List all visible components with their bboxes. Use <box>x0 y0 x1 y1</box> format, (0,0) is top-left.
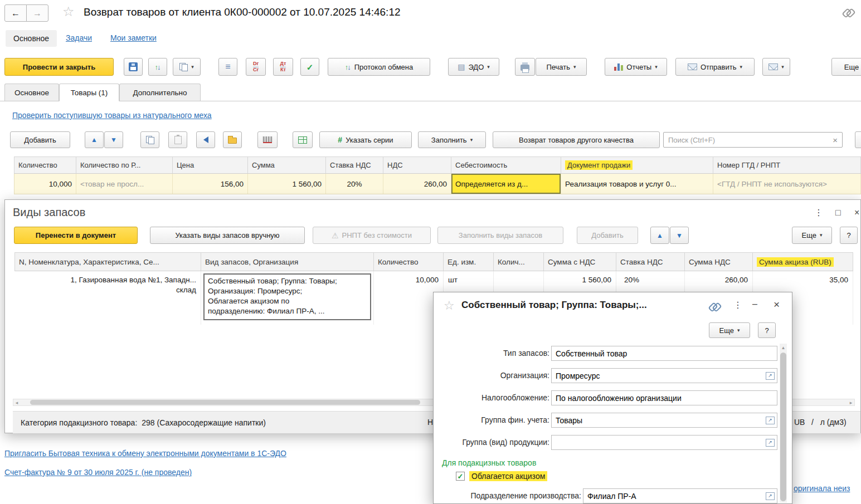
print-icon-button[interactable] <box>515 58 535 76</box>
stock-col-qty[interactable]: Количество <box>374 252 444 271</box>
print-menu-button[interactable]: Печать▾ <box>536 58 587 76</box>
favorite-star-icon[interactable]: ☆ <box>62 5 75 18</box>
organization-input[interactable] <box>556 371 766 380</box>
create-based-on-button[interactable]: ▾ <box>173 58 201 76</box>
dialog-menu-icon[interactable]: ⋮ <box>733 301 742 310</box>
tab-additional[interactable]: Дополнительно <box>119 84 201 101</box>
reports-button[interactable]: Отчеты▾ <box>605 58 667 76</box>
clear-search-icon[interactable]: × <box>830 135 840 145</box>
goods-open-folder-button[interactable] <box>223 131 242 148</box>
back-button[interactable]: ← <box>4 4 27 22</box>
stock-type-field[interactable] <box>551 346 777 361</box>
movements-drcr-button[interactable]: DrCr <box>246 58 266 76</box>
document-structure-button[interactable]: ≡ <box>218 58 237 76</box>
stock-col-unit[interactable]: Ед. изм. <box>444 252 494 271</box>
scroll-right-icon[interactable]: ▸ <box>848 399 854 405</box>
rnpt-without-cost-button[interactable]: ⚠РНПТ без стоимости <box>313 227 431 244</box>
stock-panel-maximize-icon[interactable]: □ <box>835 208 841 217</box>
forward-button[interactable]: → <box>26 4 48 22</box>
stock-panel-menu-icon[interactable]: ⋮ <box>814 208 823 217</box>
goods-edit-table-button[interactable] <box>293 131 313 148</box>
scroll-left-icon[interactable]: ◂ <box>13 399 20 405</box>
organization-field[interactable]: ↗ <box>551 368 777 383</box>
goods-add-button[interactable]: Добавить <box>10 131 70 148</box>
dialog-vscrollbar[interactable]: ▲ <box>780 344 787 503</box>
goods-barcode-button[interactable] <box>257 131 278 148</box>
product-group-field[interactable]: ↗ <box>551 435 777 450</box>
taxation-field[interactable] <box>551 390 777 405</box>
goods-discuss-button[interactable] <box>196 131 215 148</box>
more-button[interactable]: Еще <box>831 58 861 76</box>
stock-col-vat-rate[interactable]: Ставка НДС <box>616 252 685 271</box>
goods-col-qty[interactable]: Количество <box>14 156 76 174</box>
taxation-input[interactable] <box>556 394 775 403</box>
goods-cell-qty-return[interactable]: <товар не просл... <box>76 174 173 194</box>
stock-more-button[interactable]: Еще▾ <box>792 227 832 244</box>
goods-cell-gtd[interactable]: <ГТД / РНПТ не используются> <box>713 174 861 194</box>
dialog-favorite-star-icon[interactable]: ☆ <box>444 300 455 312</box>
stock-col-type[interactable]: Вид запасов, Организация <box>201 252 374 271</box>
goods-search-input[interactable] <box>668 136 830 144</box>
goods-col-gtd[interactable]: Номер ГТД / РНПТ <box>713 156 861 174</box>
stock-col-vat-amount[interactable]: Сумма НДС <box>685 252 753 271</box>
dialog-close-icon[interactable]: × <box>774 299 780 310</box>
goods-cell-price[interactable]: 156,00 <box>173 174 248 194</box>
return-other-quality-button[interactable]: Возврат товаров другого качества <box>493 131 660 148</box>
stock-move-down-button[interactable]: ▼ <box>670 227 689 244</box>
goods-cell-vat-rate[interactable]: 20% <box>326 174 383 194</box>
nav-item-main[interactable]: Основное <box>6 30 57 47</box>
stock-col-excise[interactable]: Сумма акциза (RUB) <box>753 252 853 271</box>
stock-type-input[interactable] <box>556 349 775 358</box>
open-form-icon[interactable]: ↗ <box>766 439 775 447</box>
excise-checkbox[interactable]: ✓ <box>456 472 465 481</box>
post-and-close-button[interactable]: Провести и закрыть <box>4 58 114 76</box>
goods-col-price[interactable]: Цена <box>173 156 248 174</box>
open-form-icon[interactable]: ↗ <box>766 417 775 424</box>
goods-cell-sale-doc[interactable]: Реализация товаров и услуг 0... <box>561 174 713 194</box>
stock-move-up-button[interactable]: ▲ <box>650 227 669 244</box>
stock-col-amount-vat[interactable]: Сумма с НДС <box>544 252 616 271</box>
goods-col-cost[interactable]: Себестоимость <box>451 156 561 174</box>
production-dept-field[interactable]: ↗ <box>583 488 777 503</box>
tab-goods[interactable]: Товары (1) <box>59 84 119 101</box>
tab-main[interactable]: Основное <box>4 84 59 101</box>
invoice-link[interactable]: Счет-фактура № 9 от 30 июля 2025 г. (не … <box>4 468 192 477</box>
goods-move-down-button[interactable]: ▼ <box>104 131 123 148</box>
send-button[interactable]: Отправить▾ <box>675 58 755 76</box>
stock-panel-close-icon[interactable]: × <box>854 208 859 217</box>
fin-group-field[interactable]: ↗ <box>551 413 777 428</box>
fill-button[interactable]: Заполнить▾ <box>418 131 486 148</box>
goods-copy-button[interactable] <box>140 131 159 148</box>
original-status-link-cut[interactable]: оригинала неиз <box>794 484 850 493</box>
check-document-button[interactable]: ✓ <box>300 58 319 76</box>
goods-col-vat[interactable]: НДС <box>383 156 451 174</box>
stock-cell-nomenclature[interactable]: 1, Газированная вода №1, Западн... склад <box>14 271 201 325</box>
nav-item-notes[interactable]: Мои заметки <box>110 33 157 42</box>
goods-col-vat-rate[interactable]: Ставка НДС <box>326 156 383 174</box>
edo-button[interactable]: ▤ЭДО▾ <box>448 58 499 76</box>
goods-cell-cost[interactable]: Определяется из д... <box>451 174 561 194</box>
fin-group-input[interactable] <box>556 416 766 425</box>
goods-move-up-button[interactable]: ▲ <box>85 131 104 148</box>
movements-dtkt-button[interactable]: ДтКт <box>273 58 293 76</box>
stock-cell-type[interactable]: Собственный товар; Группа: Товары; Орган… <box>201 271 374 325</box>
production-dept-input[interactable] <box>587 492 766 501</box>
stock-hscroll-thumb[interactable] <box>30 400 420 405</box>
copy-link-icon[interactable] <box>843 7 854 18</box>
stock-help-button[interactable]: ? <box>840 227 858 244</box>
stock-col-nomenclature[interactable]: N, Номенклатура, Характеристика, Се... <box>14 252 201 271</box>
goods-cell-amount[interactable]: 1 560,00 <box>248 174 326 194</box>
save-button[interactable] <box>124 58 143 76</box>
vscroll-up-icon[interactable]: ▲ <box>780 345 787 350</box>
manual-stock-types-button[interactable]: Указать виды запасов вручную <box>150 227 305 244</box>
dialog-copy-link-icon[interactable] <box>709 301 720 312</box>
open-form-icon[interactable]: ↗ <box>766 372 775 380</box>
goods-cell-vat[interactable]: 260,00 <box>383 174 451 194</box>
dialog-help-button[interactable]: ? <box>758 322 776 338</box>
fur-check-link[interactable]: Проверить поступившую товары из натураль… <box>12 111 212 120</box>
transfer-to-document-button[interactable]: Перенести в документ <box>14 227 138 244</box>
product-group-input[interactable] <box>556 438 766 447</box>
stock-col-qty2[interactable]: Колич... <box>494 252 544 271</box>
post-document-button[interactable]: ↑↓ <box>148 58 167 76</box>
goods-more-button-cut[interactable]: Е <box>855 131 861 148</box>
